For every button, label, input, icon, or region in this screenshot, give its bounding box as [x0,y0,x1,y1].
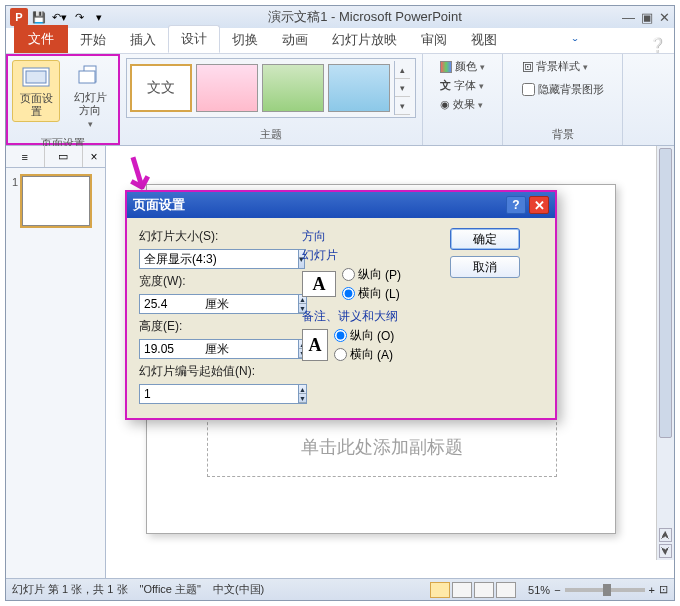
background-styles-button[interactable]: 🞖背景样式 ▾ [520,58,590,75]
number-from-spinner[interactable]: ▲▼ [139,384,201,404]
group-page-setup: 页面设置 幻灯片方向▾ 页面设置 [6,54,120,145]
group-label-background: 背景 [509,125,616,144]
zoom-value[interactable]: 51% [528,584,550,596]
dialog-page-setup: 页面设置 ? ✕ 幻灯片大小(S): ▾ 宽度(W): ▲▼ 厘米 高度(E): [125,190,557,420]
theme-thumb-1[interactable]: 文文 [130,64,192,112]
tab-animations[interactable]: 动画 [270,27,320,53]
quick-access-toolbar: P 💾 ↶▾ ↷ ▾ [10,8,108,26]
thumb-number: 1 [12,176,18,226]
notes-landscape-radio[interactable]: 横向(A) [334,346,394,363]
tab-home[interactable]: 开始 [68,27,118,53]
tab-insert[interactable]: 插入 [118,27,168,53]
panel-tab-thumbs[interactable]: ▭ [45,146,84,167]
undo-icon[interactable]: ↶▾ [50,8,68,26]
panel-close-button[interactable]: × [83,146,105,167]
dialog-help-button[interactable]: ? [506,196,526,214]
page-setup-button[interactable]: 页面设置 [12,60,60,122]
window-buttons: — ▣ ✕ [622,10,670,25]
prev-slide-button[interactable]: ⮝ [659,528,672,542]
effects-icon: ◉ [440,98,450,111]
height-label: 高度(E): [139,318,294,335]
gallery-down-icon[interactable]: ▾ [395,79,410,97]
theme-thumb-4[interactable] [328,64,390,112]
tab-view[interactable]: 视图 [459,27,509,53]
zoom-fit-button[interactable]: ⊡ [659,583,668,596]
height-unit: 厘米 [205,341,229,358]
svg-rect-1 [26,71,46,83]
orientation-title: 方向 [302,228,442,245]
gallery-more-icon[interactable]: ▾ [395,97,410,115]
subtitle-placeholder[interactable]: 单击此处添加副标题 [207,417,557,477]
tab-transitions[interactable]: 切换 [220,27,270,53]
zoom-control: 51% − + ⊡ [528,583,668,596]
help-icon[interactable]: ❔ [649,37,666,53]
chevron-down-icon: ▾ [88,119,93,129]
page-setup-label: 页面设置 [16,92,56,118]
titlebar: P 💾 ↶▾ ↷ ▾ 演示文稿1 - Microsoft PowerPoint … [6,6,674,28]
dialog-close-button[interactable]: ✕ [529,196,549,214]
effects-button[interactable]: ◉效果 ▾ [438,96,485,113]
slide-orientation-button[interactable]: 幻灯片方向▾ [66,60,114,134]
scrollbar-vertical[interactable]: ⮝ ⮟ [656,146,674,560]
tab-review[interactable]: 审阅 [409,27,459,53]
slide-size-label: 幻灯片大小(S): [139,228,294,245]
slide-size-combo[interactable]: ▾ [139,249,294,269]
status-slide-info: 幻灯片 第 1 张，共 1 张 [12,582,128,597]
height-spinner[interactable]: ▲▼ [139,339,201,359]
status-language[interactable]: 中文(中国) [213,582,264,597]
ribbon: 页面设置 幻灯片方向▾ 页面设置 文文 ▴ ▾ [6,54,674,146]
restore-button[interactable]: ▣ [641,10,653,25]
thumb-list: 1 [6,168,105,234]
orientation-label: 幻灯片方向▾ [69,91,111,131]
theme-gallery[interactable]: 文文 ▴ ▾ ▾ [126,58,416,118]
view-normal-button[interactable] [430,582,450,598]
width-label: 宽度(W): [139,273,294,290]
ok-button[interactable]: 确定 [450,228,520,250]
redo-icon[interactable]: ↷ [70,8,88,26]
zoom-out-button[interactable]: − [554,584,560,596]
group-label-themes: 主题 [126,125,416,144]
number-from-input[interactable] [139,384,299,404]
fonts-button[interactable]: 文字体 ▾ [438,77,486,94]
tab-design[interactable]: 设计 [168,25,220,53]
slide-size-input[interactable] [139,249,299,269]
collapse-ribbon-icon[interactable]: ˇ [573,37,578,53]
app-icon[interactable]: P [10,8,28,26]
gallery-up-icon[interactable]: ▴ [395,61,410,79]
dialog-body: 幻灯片大小(S): ▾ 宽度(W): ▲▼ 厘米 高度(E): ▲▼ 厘米 [127,218,555,418]
colors-button[interactable]: 颜色 ▾ [438,58,487,75]
orientation-icon [74,63,106,89]
panel-tab-outline[interactable]: ≡ [6,146,45,167]
next-slide-button[interactable]: ⮟ [659,544,672,558]
zoom-slider[interactable] [565,588,645,592]
hide-bg-graphics-checkbox[interactable]: 隐藏背景图形 [520,81,606,98]
theme-thumb-3[interactable] [262,64,324,112]
slides-portrait-radio[interactable]: 纵向(P) [342,266,401,283]
slide-panel: ≡ ▭ × 1 [6,146,106,578]
statusbar: 幻灯片 第 1 张，共 1 张 "Office 主题" 中文(中国) 51% −… [6,578,674,600]
status-theme: "Office 主题" [140,582,201,597]
scroll-thumb[interactable] [659,148,672,438]
slides-orient-title: 幻灯片 [302,247,442,264]
tab-slideshow[interactable]: 幻灯片放映 [320,27,409,53]
save-icon[interactable]: 💾 [30,8,48,26]
dialog-titlebar[interactable]: 页面设置 ? ✕ [127,192,555,218]
width-spinner[interactable]: ▲▼ [139,294,201,314]
close-button[interactable]: ✕ [659,10,670,25]
qat-more-icon[interactable]: ▾ [90,8,108,26]
zoom-in-button[interactable]: + [649,584,655,596]
theme-thumb-2[interactable] [196,64,258,112]
notes-orient-title: 备注、讲义和大纲 [302,308,442,325]
view-slideshow-button[interactable] [496,582,516,598]
group-label-variants [429,128,496,144]
slide-thumb-1[interactable]: 1 [12,176,99,226]
cancel-button[interactable]: 取消 [450,256,520,278]
notes-portrait-radio[interactable]: 纵向(O) [334,327,394,344]
view-sorter-button[interactable] [452,582,472,598]
minimize-button[interactable]: — [622,10,635,25]
portrait-icon: A [302,329,328,361]
view-reading-button[interactable] [474,582,494,598]
group-background: 🞖背景样式 ▾ 隐藏背景图形 背景 [503,54,623,145]
tab-file[interactable]: 文件 [14,25,68,53]
slides-landscape-radio[interactable]: 横向(L) [342,285,401,302]
